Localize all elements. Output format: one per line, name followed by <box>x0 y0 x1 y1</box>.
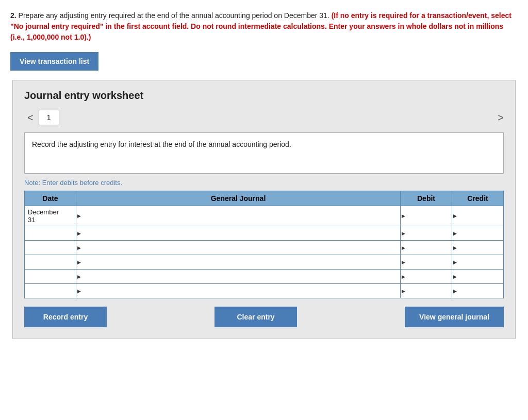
question-main: Prepare any adjusting entry required at … <box>19 11 329 20</box>
credit-cell-3[interactable] <box>452 241 504 255</box>
credit-input-4[interactable] <box>459 255 503 269</box>
view-transaction-button[interactable]: View transaction list <box>10 52 98 71</box>
date-cell-1: December31 <box>25 206 76 226</box>
clear-entry-button[interactable]: Clear entry <box>214 307 297 327</box>
debit-cell-4[interactable] <box>401 255 452 270</box>
header-debit: Debit <box>401 191 452 206</box>
question-block: 2. Prepare any adjusting entry required … <box>10 10 518 43</box>
debit-input-5[interactable] <box>408 270 452 283</box>
debit-cell-1[interactable] <box>401 206 452 226</box>
description-text: Record the adjusting entry for interest … <box>32 140 291 148</box>
debit-input-4[interactable] <box>408 255 452 269</box>
gj-input-6[interactable] <box>84 284 400 298</box>
table-row <box>25 226 504 241</box>
worksheet-container: Journal entry worksheet < 1 > Record the… <box>12 80 516 339</box>
next-page-button[interactable]: > <box>498 112 504 124</box>
debit-cell-6[interactable] <box>401 284 452 298</box>
gj-cell-5[interactable] <box>76 270 401 284</box>
gj-cell-2[interactable] <box>76 226 401 241</box>
buttons-row: Record entry Clear entry View general jo… <box>24 307 504 327</box>
header-date: Date <box>25 191 76 206</box>
gj-cell-4[interactable] <box>76 255 401 270</box>
journal-table: Date General Journal Debit Credit Decemb… <box>24 191 504 298</box>
page-number: 1 <box>47 113 51 122</box>
credit-input-5[interactable] <box>459 270 503 283</box>
prev-page-button[interactable]: < <box>24 112 37 124</box>
debit-input-3[interactable] <box>408 241 452 255</box>
question-number: 2. <box>10 11 16 20</box>
date-cell-5 <box>25 270 76 284</box>
debit-cell-3[interactable] <box>401 241 452 255</box>
credit-input-1[interactable] <box>459 206 503 226</box>
date-cell-2 <box>25 226 76 241</box>
gj-input-2[interactable] <box>84 226 400 240</box>
credit-cell-1[interactable] <box>452 206 504 226</box>
gj-input-4[interactable] <box>84 255 400 269</box>
credit-input-6[interactable] <box>459 284 503 298</box>
gj-input-5[interactable] <box>84 270 400 283</box>
gj-cell-6[interactable] <box>76 284 401 298</box>
credit-input-2[interactable] <box>459 226 503 240</box>
table-row: December31 <box>25 206 504 226</box>
credit-cell-4[interactable] <box>452 255 504 270</box>
page-number-box: 1 <box>39 110 59 125</box>
gj-input-3[interactable] <box>84 241 400 255</box>
note-text: Note: Enter debits before credits. <box>24 179 504 187</box>
description-box: Record the adjusting entry for interest … <box>24 132 504 174</box>
gj-input-1[interactable] <box>84 206 400 226</box>
date-cell-3 <box>25 241 76 255</box>
date-cell-4 <box>25 255 76 270</box>
credit-cell-6[interactable] <box>452 284 504 298</box>
debit-input-6[interactable] <box>408 284 452 298</box>
question-text: 2. Prepare any adjusting entry required … <box>10 10 518 43</box>
date-cell-6 <box>25 284 76 298</box>
nav-row: < 1 > <box>24 110 504 125</box>
gj-cell-1[interactable] <box>76 206 401 226</box>
debit-cell-2[interactable] <box>401 226 452 241</box>
header-credit: Credit <box>452 191 504 206</box>
table-row <box>25 284 504 298</box>
credit-cell-2[interactable] <box>452 226 504 241</box>
table-row <box>25 255 504 270</box>
gj-cell-3[interactable] <box>76 241 401 255</box>
header-general-journal: General Journal <box>76 191 401 206</box>
worksheet-title: Journal entry worksheet <box>24 90 504 102</box>
debit-input-1[interactable] <box>408 206 452 226</box>
credit-cell-5[interactable] <box>452 270 504 284</box>
record-entry-button[interactable]: Record entry <box>24 307 107 327</box>
debit-cell-5[interactable] <box>401 270 452 284</box>
view-general-journal-button[interactable]: View general journal <box>405 307 504 327</box>
table-row <box>25 241 504 255</box>
debit-input-2[interactable] <box>408 226 452 240</box>
credit-input-3[interactable] <box>459 241 503 255</box>
table-row <box>25 270 504 284</box>
